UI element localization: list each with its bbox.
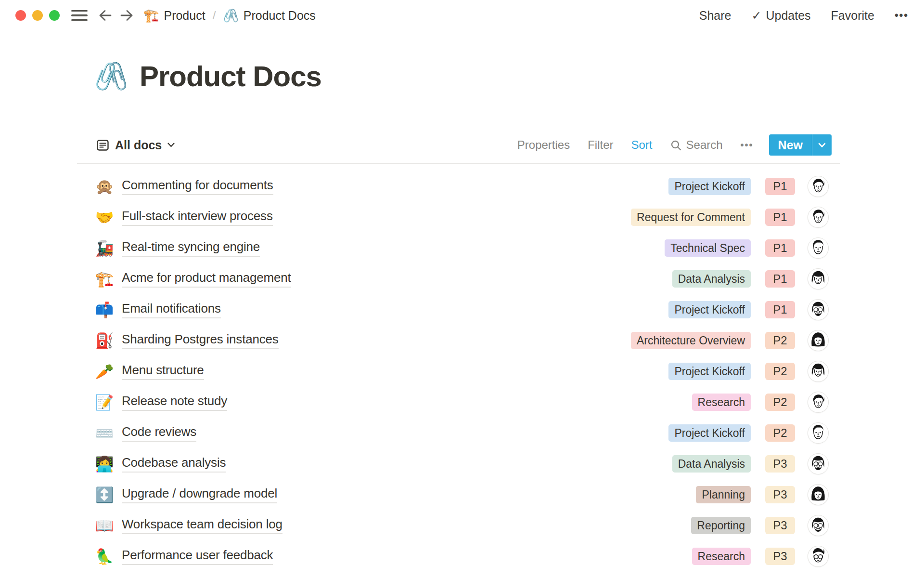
- favorite-button[interactable]: Favorite: [831, 9, 874, 23]
- owner-avatar[interactable]: [808, 299, 829, 320]
- owner-avatar[interactable]: [808, 237, 829, 259]
- doc-type-tag[interactable]: Request for Comment: [631, 209, 751, 226]
- doc-title-link[interactable]: Menu structure: [122, 363, 204, 380]
- doc-list-icon: [96, 139, 109, 152]
- priority-badge[interactable]: P2: [765, 363, 795, 380]
- view-switcher[interactable]: All docs: [96, 138, 175, 152]
- minimize-window-button[interactable]: [32, 10, 43, 21]
- doc-title-link[interactable]: Commenting for documents: [122, 178, 273, 195]
- paperclips-icon: 🖇️: [223, 9, 238, 22]
- doc-title-link[interactable]: Code reviews: [122, 424, 196, 442]
- doc-title-link[interactable]: Codebase analysis: [122, 455, 226, 473]
- doc-row[interactable]: 📖 Workspace team decision log Reporting …: [77, 510, 840, 541]
- doc-emoji-crane: 🏗️: [94, 272, 115, 287]
- owner-avatar[interactable]: [808, 422, 829, 444]
- priority-badge[interactable]: P3: [765, 517, 795, 534]
- doc-title-link[interactable]: Acme for product management: [122, 270, 291, 288]
- owner-avatar[interactable]: [808, 268, 829, 289]
- properties-button[interactable]: Properties: [517, 138, 570, 152]
- doc-emoji-open-book: 📖: [94, 518, 115, 533]
- breadcrumb-item-product-docs[interactable]: 🖇️ Product Docs: [223, 9, 316, 23]
- doc-type-tag[interactable]: Project Kickoff: [668, 301, 751, 318]
- page-title[interactable]: Product Docs: [140, 60, 321, 93]
- priority-badge[interactable]: P2: [765, 424, 795, 442]
- owner-avatar[interactable]: [808, 392, 829, 413]
- new-button[interactable]: New: [769, 134, 832, 156]
- owner-avatar[interactable]: [808, 176, 829, 197]
- doc-type-tag[interactable]: Architecture Overview: [631, 332, 751, 349]
- doc-type-tag[interactable]: Reporting: [691, 517, 751, 534]
- updates-button[interactable]: ✓ Updates: [752, 9, 811, 23]
- priority-badge[interactable]: P2: [765, 332, 795, 349]
- doc-row[interactable]: ⌨️ Code reviews Project Kickoff P2: [77, 418, 840, 448]
- priority-badge[interactable]: P3: [765, 486, 795, 503]
- doc-emoji-memo: 📝: [94, 395, 115, 410]
- priority-badge[interactable]: P1: [765, 301, 795, 318]
- doc-row[interactable]: 👩‍💻 Codebase analysis Data Analysis P3: [77, 448, 840, 479]
- owner-avatar[interactable]: [808, 484, 829, 505]
- doc-row[interactable]: 📫 Email notifications Project Kickoff P1: [77, 294, 840, 325]
- doc-type-tag[interactable]: Project Kickoff: [668, 424, 751, 442]
- zoom-window-button[interactable]: [49, 10, 60, 21]
- doc-title-link[interactable]: Full-stack interview process: [122, 209, 273, 226]
- doc-emoji-mailbox: 📫: [94, 302, 115, 317]
- window-titlebar: 🏗️ Product / 🖇️ Product Docs Share ✓ Upd…: [0, 0, 924, 31]
- owner-avatar[interactable]: [808, 361, 829, 382]
- priority-badge[interactable]: P3: [765, 455, 795, 473]
- doc-row[interactable]: 🥕 Menu structure Project Kickoff P2: [77, 356, 840, 387]
- doc-title-link[interactable]: Release note study: [122, 394, 227, 411]
- doc-type-tag[interactable]: Research: [692, 548, 751, 565]
- share-button[interactable]: Share: [699, 9, 732, 23]
- doc-title-link[interactable]: Email notifications: [122, 301, 221, 318]
- priority-badge[interactable]: P1: [765, 239, 795, 257]
- doc-type-tag[interactable]: Project Kickoff: [668, 178, 751, 195]
- doc-type-tag[interactable]: Research: [692, 394, 751, 411]
- back-arrow-icon[interactable]: [98, 9, 113, 22]
- doc-row[interactable]: 🤝 Full-stack interview process Request f…: [77, 202, 840, 233]
- view-more-options-icon[interactable]: •••: [741, 140, 754, 151]
- doc-row[interactable]: ⛽ Sharding Postgres instances Architectu…: [77, 325, 840, 356]
- doc-row[interactable]: 🚂 Real-time syncing engine Technical Spe…: [77, 233, 840, 263]
- filter-button[interactable]: Filter: [588, 138, 613, 152]
- doc-type-tag[interactable]: Data Analysis: [672, 270, 751, 288]
- owner-avatar[interactable]: [808, 453, 829, 474]
- doc-title-link[interactable]: Sharding Postgres instances: [122, 332, 279, 349]
- doc-type-tag[interactable]: Data Analysis: [672, 455, 751, 473]
- doc-row[interactable]: 🏗️ Acme for product management Data Anal…: [77, 263, 840, 294]
- doc-emoji-handshake: 🤝: [94, 210, 115, 225]
- doc-title-link[interactable]: Upgrade / downgrade model: [122, 486, 277, 503]
- doc-row[interactable]: 🦜 Performance user feedback Research P3: [77, 541, 840, 572]
- more-options-icon[interactable]: •••: [895, 9, 909, 22]
- doc-type-tag[interactable]: Project Kickoff: [668, 363, 751, 380]
- search-button[interactable]: Search: [670, 138, 723, 152]
- breadcrumb-separator: /: [213, 9, 216, 22]
- priority-badge[interactable]: P1: [765, 209, 795, 226]
- page-icon-paperclips[interactable]: 🖇️: [94, 63, 128, 90]
- owner-avatar[interactable]: [808, 546, 829, 567]
- priority-badge[interactable]: P1: [765, 178, 795, 195]
- doc-emoji-monkey: 🙊: [94, 179, 115, 194]
- sidebar-menu-icon[interactable]: [71, 9, 88, 22]
- doc-type-tag[interactable]: Technical Spec: [665, 239, 751, 257]
- breadcrumb-item-product[interactable]: 🏗️ Product: [143, 9, 205, 23]
- doc-row[interactable]: 📝 Release note study Research P2: [77, 387, 840, 418]
- doc-emoji-locomotive: 🚂: [94, 241, 115, 256]
- doc-type-tag[interactable]: Planning: [696, 486, 751, 503]
- priority-badge[interactable]: P3: [765, 548, 795, 565]
- owner-avatar[interactable]: [808, 330, 829, 351]
- doc-title-link[interactable]: Workspace team decision log: [122, 517, 282, 534]
- traffic-lights: [15, 10, 60, 21]
- breadcrumb: 🏗️ Product / 🖇️ Product Docs: [143, 9, 316, 23]
- doc-row[interactable]: 🙊 Commenting for documents Project Kicko…: [77, 171, 840, 202]
- owner-avatar[interactable]: [808, 207, 829, 228]
- priority-badge[interactable]: P2: [765, 394, 795, 411]
- close-window-button[interactable]: [15, 10, 26, 21]
- new-dropdown-button[interactable]: [812, 134, 832, 156]
- priority-badge[interactable]: P1: [765, 270, 795, 288]
- forward-arrow-icon[interactable]: [119, 9, 134, 22]
- doc-title-link[interactable]: Performance user feedback: [122, 548, 273, 565]
- doc-row[interactable]: ↕️ Upgrade / downgrade model Planning P3: [77, 479, 840, 510]
- doc-title-link[interactable]: Real-time syncing engine: [122, 239, 260, 257]
- owner-avatar[interactable]: [808, 515, 829, 536]
- sort-button[interactable]: Sort: [631, 138, 653, 152]
